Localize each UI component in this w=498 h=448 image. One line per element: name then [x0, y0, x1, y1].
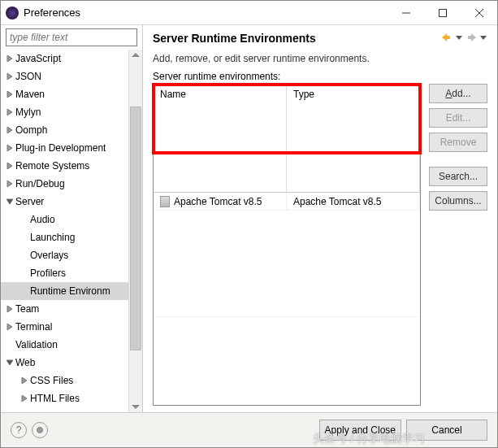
runtime-type-cell[interactable]: Apache Tomcat v8.5: [287, 193, 420, 211]
list-label: Server runtime environments:: [143, 69, 497, 82]
twisty-icon[interactable]: [4, 53, 15, 64]
tree-item-oomph[interactable]: Oomph: [1, 121, 128, 139]
twisty-icon[interactable]: [4, 321, 15, 333]
twisty-icon[interactable]: [19, 250, 30, 261]
twisty-icon[interactable]: [19, 214, 30, 225]
twisty-icon[interactable]: [19, 393, 30, 404]
twisty-icon[interactable]: [4, 71, 15, 82]
apply-close-button[interactable]: Apply and Close: [319, 420, 401, 441]
tree-label: Remote Systems: [15, 160, 89, 172]
tree-label: Runtime Environm: [30, 285, 110, 297]
tree-label: Overlays: [30, 250, 68, 261]
tree-label: Terminal: [15, 321, 52, 333]
tree-label: Validation: [15, 339, 58, 350]
tree-item-javascript[interactable]: JavaScript: [1, 50, 128, 67]
tree-label: Server: [15, 196, 44, 207]
help-icon[interactable]: ?: [11, 422, 27, 438]
tree-label: Audio: [30, 214, 55, 225]
tree-item-run-debug[interactable]: Run/Debug: [1, 175, 128, 193]
add-button[interactable]: Add...: [429, 84, 487, 103]
tree-item-profilers[interactable]: Profilers: [1, 264, 128, 282]
twisty-icon[interactable]: [4, 357, 15, 368]
tree-item-plug-in-development[interactable]: Plug-in Development: [1, 139, 128, 157]
tree-label: HTML Files: [30, 393, 80, 404]
tree-label: Team: [15, 303, 39, 315]
close-button[interactable]: [461, 1, 497, 25]
twisty-icon[interactable]: [4, 124, 15, 136]
remove-button[interactable]: Remove: [429, 133, 487, 152]
forward-button[interactable]: [468, 33, 476, 44]
col-name[interactable]: Name: [154, 85, 287, 193]
twisty-icon[interactable]: [4, 160, 15, 172]
tree-item-server[interactable]: Server: [1, 193, 128, 211]
twisty-icon[interactable]: [4, 196, 15, 207]
page-title: Server Runtime Environments: [153, 32, 442, 45]
tree-item-launching[interactable]: Launching: [1, 228, 128, 246]
server-icon: [160, 196, 170, 207]
tree-item-html-files[interactable]: HTML Files: [1, 389, 128, 407]
window-title: Preferences: [24, 7, 388, 19]
tree-label: Profilers: [30, 267, 66, 279]
tree-item-terminal[interactable]: Terminal: [1, 318, 128, 336]
tree-item-overlays[interactable]: Overlays: [1, 246, 128, 264]
twisty-icon[interactable]: [4, 89, 15, 100]
tree-label: Mylyn: [15, 107, 41, 118]
tree-scrollbar[interactable]: [128, 50, 142, 412]
tree-label: Web: [15, 357, 35, 368]
table-empty-area: [154, 299, 420, 317]
tree-label: Run/Debug: [15, 178, 65, 189]
tree-label: Launching: [30, 232, 75, 243]
minimize-button[interactable]: [388, 1, 424, 25]
preferences-tree[interactable]: JavaScriptJSONMavenMylynOomphPlug-in Dev…: [1, 50, 128, 412]
tree-label: JavaScript: [15, 53, 61, 64]
tree-item-web[interactable]: Web: [1, 354, 128, 372]
twisty-icon[interactable]: [19, 232, 30, 243]
import-export-icon[interactable]: [32, 422, 48, 438]
twisty-icon[interactable]: [19, 285, 30, 297]
tree-item-css-files[interactable]: CSS Files: [1, 372, 128, 389]
tree-item-validation[interactable]: Validation: [1, 336, 128, 354]
twisty-icon[interactable]: [4, 178, 15, 189]
twisty-icon[interactable]: [4, 339, 15, 350]
twisty-icon[interactable]: [4, 303, 15, 315]
edit-button[interactable]: Edit...: [429, 108, 487, 128]
columns-button[interactable]: Columns...: [429, 191, 487, 211]
tree-item-audio[interactable]: Audio: [1, 211, 128, 228]
tree-item-maven[interactable]: Maven: [1, 85, 128, 103]
app-icon: [6, 7, 19, 20]
back-menu[interactable]: [455, 33, 463, 44]
tree-label: Maven: [15, 89, 45, 100]
page-intro: Add, remove, or edit server runtime envi…: [143, 48, 497, 69]
forward-menu[interactable]: [479, 33, 487, 44]
tree-item-runtime-environm[interactable]: Runtime Environm: [1, 282, 128, 300]
filter-input[interactable]: [6, 28, 137, 46]
scroll-thumb[interactable]: [130, 107, 141, 350]
svg-rect-1: [439, 9, 446, 16]
tree-label: Plug-in Development: [15, 142, 106, 154]
runtime-table[interactable]: Name Type Apache Tomcat v8.5 Apache Tomc…: [153, 84, 421, 406]
back-button[interactable]: [442, 33, 450, 44]
tree-label: Oomph: [15, 124, 47, 136]
twisty-icon[interactable]: [4, 107, 15, 118]
maximize-button[interactable]: [424, 1, 461, 25]
tree-item-mylyn[interactable]: Mylyn: [1, 103, 128, 121]
col-type[interactable]: Type: [287, 85, 420, 193]
tree-item-remote-systems[interactable]: Remote Systems: [1, 157, 128, 175]
tree-label: CSS Files: [30, 375, 73, 386]
twisty-icon[interactable]: [19, 375, 30, 386]
runtime-name-cell[interactable]: Apache Tomcat v8.5: [154, 193, 287, 211]
tree-label: JSON: [15, 71, 41, 82]
tree-item-json[interactable]: JSON: [1, 67, 128, 85]
search-button[interactable]: Search...: [429, 167, 487, 186]
tree-item-team[interactable]: Team: [1, 300, 128, 318]
twisty-icon[interactable]: [4, 142, 15, 154]
twisty-icon[interactable]: [19, 267, 30, 279]
cancel-button[interactable]: Cancel: [406, 420, 487, 441]
